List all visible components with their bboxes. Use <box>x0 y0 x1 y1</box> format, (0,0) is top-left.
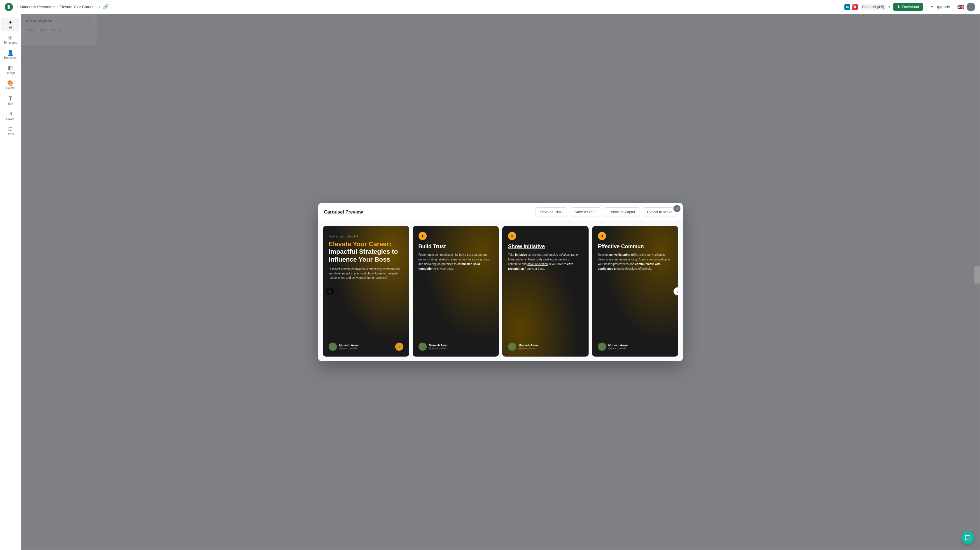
link-icon: 🔗 <box>103 4 109 10</box>
carousel-preview-modal: × Carousel Preview Save as PNG Save as P… <box>318 203 490 275</box>
project-chevron: ▾ <box>99 5 100 9</box>
card1-title: Elevate Your Career: Impactful Strategie… <box>329 240 403 263</box>
sidebar-label-ai: AI <box>9 26 12 29</box>
sidebar-label-templates: Templates <box>4 41 17 44</box>
sidebar: ✦ AI ⊞ Templates 👤 Headshot ◧ Design 🎨 C… <box>0 14 21 275</box>
nav-sep-2: / <box>57 5 58 10</box>
saved-icon: ↺ <box>8 111 13 117</box>
app-logo[interactable] <box>5 3 13 11</box>
colors-icon: 🎨 <box>7 81 14 86</box>
sidebar-label-headshot: Headshot <box>4 56 17 59</box>
modal-body: ‹ Mastering the Art Elevate Your Career:… <box>318 221 490 275</box>
sidebar-label-colors: Colors <box>6 87 14 90</box>
card2-body: Foster open communication by being trans… <box>418 252 490 271</box>
sidebar-label-text: Text <box>8 102 13 105</box>
nav-sep-1: / <box>17 5 18 10</box>
modal-overlay[interactable]: × Carousel Preview Save as PNG Save as P… <box>21 14 490 275</box>
carousel-card-1: ‹ Mastering the Art Elevate Your Career:… <box>323 226 409 275</box>
card2-badge: 1 <box>418 232 427 240</box>
workspace-crumb[interactable]: Muneeb's Personal ▾ <box>20 5 55 9</box>
sidebar-item-colors[interactable]: 🎨 Colors <box>1 78 20 92</box>
modal-title: Carousel Preview <box>324 209 363 215</box>
sidebar-item-ai[interactable]: ✦ AI <box>1 17 20 32</box>
order-icon: ⊟ <box>8 127 13 132</box>
card1-title-yellow: Elevate Your Career <box>329 240 389 247</box>
sidebar-item-design[interactable]: ◧ Design <box>1 63 20 77</box>
carousel-card-2: 1 Build Trust Foster open communication … <box>413 226 490 275</box>
sidebar-item-headshot[interactable]: 👤 Headshot <box>1 48 20 62</box>
card2-heading: Build Trust <box>418 244 490 250</box>
sidebar-label-design: Design <box>6 71 15 74</box>
templates-icon: ⊞ <box>8 35 13 40</box>
card1-subtitle: Mastering the Art <box>329 235 403 238</box>
design-icon: ◧ <box>8 65 13 70</box>
headshot-icon: 👤 <box>7 50 14 55</box>
sidebar-item-text[interactable]: T Text <box>1 93 20 108</box>
modal-header: Carousel Preview Save as PNG Save as PDF… <box>318 203 490 221</box>
navbar: / Muneeb's Personal ▾ / Elevate Your Car… <box>0 0 490 14</box>
ai-icon: ✦ <box>8 20 13 25</box>
project-crumb[interactable]: Elevate Your Career:... ▾ <box>60 5 101 9</box>
workspace-chevron: ▾ <box>53 5 55 9</box>
card1-desc: Discover proven techniques to effectivel… <box>329 267 403 275</box>
text-icon: T <box>8 95 12 101</box>
sidebar-item-saved[interactable]: ↺ Saved <box>1 109 20 123</box>
sidebar-label-saved: Saved <box>6 117 14 120</box>
sidebar-label-order: Order <box>7 133 14 136</box>
sidebar-item-templates[interactable]: ⊞ Templates <box>1 33 20 47</box>
sidebar-item-order[interactable]: ⊟ Order <box>1 124 20 138</box>
